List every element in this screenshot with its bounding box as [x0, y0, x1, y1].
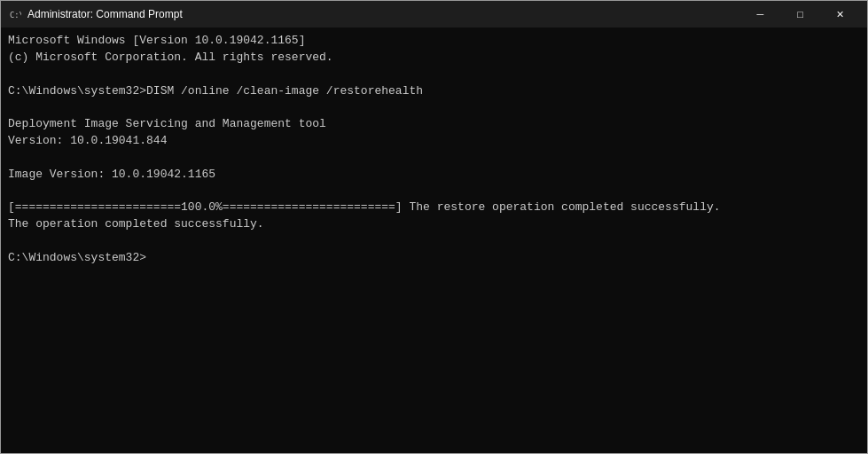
minimize-button[interactable]: ─: [740, 1, 780, 27]
titlebar: C:\ Administrator: Command Prompt ─ □ ✕: [1, 1, 867, 27]
console-line: C:\Windows\system32>DISM /online /clean-…: [8, 83, 860, 100]
console-line-empty: [8, 184, 860, 200]
console-line: Microsoft Windows [Version 10.0.19042.11…: [8, 33, 860, 50]
svg-text:C:\: C:\: [10, 11, 21, 20]
console-line-empty: [8, 150, 860, 167]
window: C:\ Administrator: Command Prompt ─ □ ✕ …: [0, 0, 868, 454]
console-line-empty: [8, 233, 860, 250]
console-output[interactable]: Microsoft Windows [Version 10.0.19042.11…: [1, 27, 867, 453]
console-line-empty: [8, 67, 860, 83]
titlebar-controls: ─ □ ✕: [740, 1, 860, 27]
close-button[interactable]: ✕: [820, 1, 860, 27]
console-prompt: C:\Windows\system32>: [8, 250, 860, 267]
progress-line: [========================100.0%=========…: [8, 200, 860, 216]
cmd-icon: C:\: [8, 7, 22, 21]
console-line: Image Version: 10.0.19042.1165: [8, 167, 860, 184]
console-line: Deployment Image Servicing and Managemen…: [8, 116, 860, 133]
window-title: Administrator: Command Prompt: [27, 8, 740, 20]
console-line: Version: 10.0.19041.844: [8, 133, 860, 150]
console-line-empty: [8, 99, 860, 116]
console-line: (c) Microsoft Corporation. All rights re…: [8, 50, 860, 67]
maximize-button[interactable]: □: [780, 1, 820, 27]
console-line: The operation completed successfully.: [8, 216, 860, 233]
